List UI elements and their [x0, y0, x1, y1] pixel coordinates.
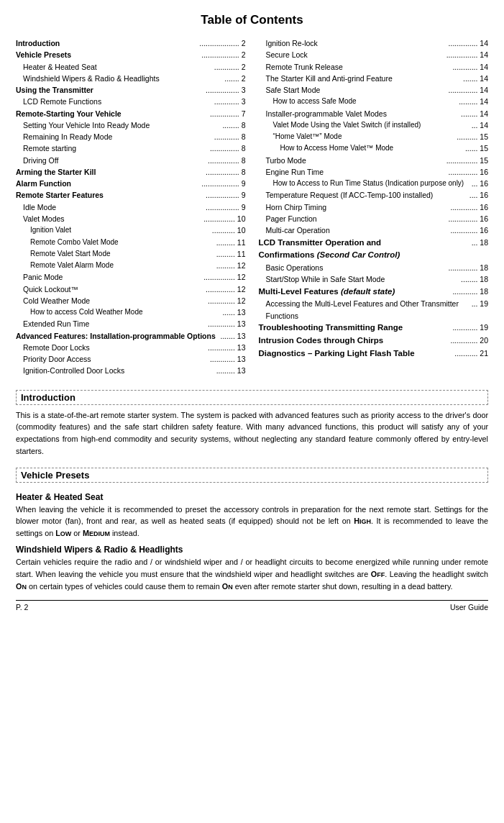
toc-entry-page: ......... 11	[215, 248, 246, 260]
toc-entry-text: Valet Mode Using the Valet Switch (if in…	[259, 119, 470, 131]
toc-entry: Driving Off............... 8	[16, 155, 246, 166]
toc-entry-text: Ignition Valet	[16, 224, 211, 236]
toc-entry-text: Temperature Request (If ACC-Temp-100 ins…	[259, 189, 468, 201]
toc-entry: Idle Mode................ 9	[16, 201, 246, 213]
toc-entry: Secure Lock............... 14	[259, 49, 489, 60]
toc-entry-text: Ignition-Controlled Door Locks	[16, 365, 215, 376]
toc-entry: Multi-Level Features (default state)....…	[259, 286, 489, 299]
toc-entry-page: .................. 2	[200, 49, 245, 60]
toc-entry-text: Driving Off	[16, 155, 206, 166]
toc-entry: Temperature Request (If ACC-Temp-100 ins…	[259, 189, 489, 201]
windshield-title: Windshield Wipers & Radio & Headlights	[16, 545, 488, 555]
toc-entry-page: ........... 10	[211, 224, 246, 236]
toc-entry-text: Remote Combo Valet Mode	[16, 237, 215, 248]
toc-entry: How to Access Home Valet™ Mode...... 15	[259, 142, 489, 154]
toc-entry-text: Remote Door Locks	[16, 342, 206, 353]
toc-entry: Extended Run Time............. 13	[16, 318, 246, 329]
toc-entry-page: ............ 13	[209, 353, 246, 365]
toc-entry-text: Alarm Function	[16, 178, 200, 189]
toc-entry-text: Engine Run Time	[259, 166, 447, 178]
toc-entry-page: ............. 20	[449, 335, 488, 347]
toc-entry-page: .................. 9	[200, 178, 245, 189]
toc-entry-text: Multi-car Operation	[259, 224, 449, 236]
toc-entry-text: Accessing the Multi-Level Features and O…	[259, 298, 470, 322]
toc-entry-page: ................... 2	[198, 37, 245, 49]
toc-entry-text: Panic Mode	[16, 271, 202, 283]
toc-entry-page: ....... 2	[223, 73, 245, 84]
toc-left-column: Introduction................... 2Vehicle…	[16, 37, 246, 377]
page-title: Table of Contents	[16, 13, 488, 27]
toc-entry-text: Idle Mode	[16, 201, 204, 213]
toc-entry-page: ... 16	[470, 178, 488, 189]
toc-entry-page: ............. 13	[206, 318, 246, 329]
introduction-body: This is a state-of-the-art remote starte…	[16, 409, 488, 458]
toc-entry: Horn Chirp Timing............. 16	[259, 201, 489, 213]
toc-entry: Troubleshooting Transmitting Range......…	[259, 322, 489, 335]
toc-entry-page: ... 18	[470, 237, 488, 263]
toc-entry-page: ........... 21	[453, 347, 488, 360]
introduction-section: Introduction This is a state-of-the-art …	[16, 387, 488, 458]
toc-entry: Ignition-Controlled Door Locks......... …	[16, 365, 246, 376]
toc-entry-page: ......... 14	[457, 96, 488, 107]
toc-entry-text: Pager Function	[259, 213, 447, 224]
toc-entry: Priority Door Access............ 13	[16, 353, 246, 365]
toc-entry: Accessing the Multi-Level Features and O…	[259, 298, 489, 322]
toc-entry: Start/Stop While in Safe Start Mode.....…	[259, 273, 489, 285]
toc-entry-text: How to access Safe Mode	[259, 96, 458, 107]
toc-entry-text: How to access Cold Weather Mode	[16, 306, 221, 318]
toc-entry-text: Remaining In Ready Mode	[16, 131, 213, 142]
toc-entry-page: ............. 12	[206, 295, 246, 306]
toc-entry-text: Remote Starter Features	[16, 189, 204, 201]
toc-entry-page: ......... 11	[215, 237, 246, 248]
toc-entry-page: .............. 12	[204, 283, 245, 295]
toc-entry: Engine Run Time.............. 16	[259, 166, 489, 178]
footer-guide-label: User Guide	[450, 603, 488, 611]
introduction-header: Introduction	[16, 390, 488, 405]
toc-entry-text: Heater & Heated Seat	[16, 61, 213, 73]
footer-page-number: P. 2	[16, 603, 28, 611]
toc-entry-text: How to Access to Run Time Status (Indica…	[259, 178, 470, 189]
toc-entry-text: Windshield Wipers & Radio & Headlights	[16, 73, 223, 84]
toc-entry-page: ........ 14	[459, 108, 488, 119]
toc-entry: Remote-Starting Your Vehicle............…	[16, 108, 246, 119]
toc-entry-text: Remote Valet Alarm Mode	[16, 260, 215, 271]
toc-entry-page: ................ 3	[204, 84, 245, 96]
toc-entry-text: LCD Remote Functions	[16, 96, 213, 107]
heater-body: When leaving the vehicle it is recommend…	[16, 504, 488, 540]
toc-entry-text: Introduction	[16, 37, 198, 49]
toc-entry-page: ............ 14	[451, 61, 488, 73]
toc-entry-text: “Home Valet™” Mode	[259, 131, 456, 142]
toc-entry-page: ............... 10	[202, 213, 245, 224]
toc-entry-text: Arming the Starter Kill	[16, 166, 204, 178]
toc-entry: Pager Function.............. 16	[259, 213, 489, 224]
toc-right-column: Ignition Re-lock.............. 14Secure …	[259, 37, 489, 377]
toc-entry-page: ............. 16	[449, 201, 488, 213]
toc-entry-text: Intrusion Codes through Chirps	[259, 335, 449, 347]
toc-container: Introduction................... 2Vehicle…	[16, 37, 488, 377]
toc-entry-page: ... 14	[470, 119, 488, 131]
vehicle-presets-section: Vehicle Presets Heater & Heated Seat Whe…	[16, 465, 488, 593]
toc-entry-page: ............ 2	[213, 61, 246, 73]
toc-entry-text: Secure Lock	[259, 49, 445, 60]
toc-entry-text: Ignition Re-lock	[259, 37, 447, 49]
toc-entry-page: .... 16	[468, 189, 488, 201]
toc-entry-text: How to Access Home Valet™ Mode	[259, 142, 464, 154]
toc-entry-page: ....... 13	[219, 330, 245, 342]
toc-entry-text: Remote starting	[16, 142, 209, 154]
toc-entry: Remote starting.............. 8	[16, 142, 246, 154]
toc-entry-page: .............. 7	[209, 108, 246, 119]
toc-entry-page: ............ 3	[213, 96, 246, 107]
toc-entry: LCD Remote Functions............ 3	[16, 96, 246, 107]
toc-entry-page: .............. 14	[447, 37, 488, 49]
toc-entry: Intrusion Codes through Chirps..........…	[259, 335, 489, 347]
toc-entry-page: .............. 16	[447, 213, 488, 224]
toc-entry-text: Priority Door Access	[16, 353, 209, 365]
toc-entry-page: ............... 14	[445, 49, 488, 60]
toc-entry: Diagnostics – Parking Light Flash Table.…	[259, 347, 489, 360]
toc-entry-page: ........ 8	[221, 119, 245, 131]
toc-entry: Safe Start Mode.............. 14	[259, 84, 489, 96]
toc-entry-text: Diagnostics – Parking Light Flash Table	[259, 347, 454, 360]
toc-entry: Remote Starter Features................ …	[16, 189, 246, 201]
toc-entry-text: Start/Stop While in Safe Start Mode	[259, 273, 460, 285]
toc-entry: Multi-car Operation............. 16	[259, 224, 489, 236]
